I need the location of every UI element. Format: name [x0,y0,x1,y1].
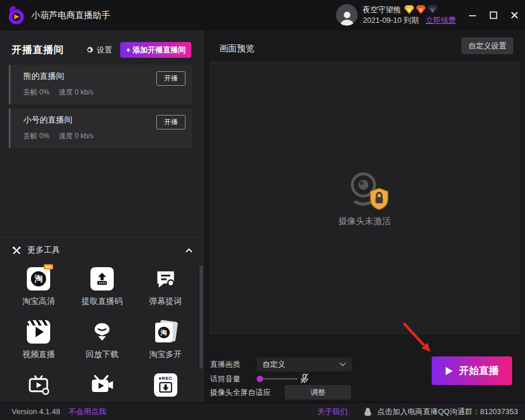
chevron-down-icon [340,362,346,366]
preview-title: 画面预览 [219,43,254,54]
tool-danmu-prompter[interactable]: 弹幕提词 [134,267,197,307]
username: 夜空守望熊 [363,5,401,15]
minimize-icon [468,11,477,19]
go-live-button[interactable]: 开播 [156,115,186,130]
builtin-obs-icon [90,373,114,397]
replay-download-icon [90,320,114,344]
go-live-button[interactable]: 开播 [156,71,186,86]
tools-icon [12,246,22,256]
speed: 速度 0 kb/s [59,131,93,141]
tools-grid: 淘 HD 淘宝高清 [0,263,204,413]
avatar[interactable] [336,4,358,26]
annotation-arrow [397,320,438,357]
sidebar: 开播直播间 设置 + 添加开播直播间 熊的直播间 开播 丢帧 0% 速度 0 k… [0,30,204,402]
shield-lock-icon [369,188,389,210]
sidebar-title: 开播直播间 [12,43,64,57]
vip-badge-orange-icon[interactable]: V [416,5,426,14]
add-room-button[interactable]: + 添加开播直播间 [120,42,191,58]
adjust-button[interactable]: 调整 [285,385,351,400]
minimize-button[interactable] [462,5,483,26]
dropped-frames: 丢帧 0% [23,88,50,97]
mic-volume-slider[interactable] [257,372,298,386]
tool-label: 提取直播码 [82,296,123,307]
settings-button[interactable]: 设置 [85,45,112,55]
quality-select[interactable]: 自定义 [257,358,352,372]
tool-label: 淘宝高清 [22,296,55,307]
maximize-icon [489,11,498,19]
user-info: 夜空守望熊 V V V 2021-09-10 到期 立即续费 [336,4,456,26]
version-text: Version 4.1.48 [12,407,60,416]
slider-knob[interactable] [257,376,263,382]
renew-link[interactable]: 立即续费 [426,16,456,24]
close-button[interactable] [504,5,525,26]
titlebar: 小葫芦电商直播助手 夜空守望熊 V V V 2021-0 [0,0,525,30]
expiry-date: 2021-09-10 到期 [363,16,419,24]
app-title: 小葫芦电商直播助手 [32,10,110,21]
play-icon [445,366,453,376]
tool-label: 弹幕提词 [149,296,182,307]
app-logo-icon [6,5,26,25]
tool-video-live[interactable]: 视频直播 [7,320,71,360]
danmu-prompter-icon [153,267,178,291]
more-tools-section: 更多工具 淘 HD 淘宝高清 [0,237,204,413]
extract-stream-code-icon [90,267,114,291]
tool-label: 回放下载 [86,349,118,360]
person-icon [338,9,356,26]
start-live-button[interactable]: 开始直播 [432,356,512,385]
main-panel: 画面预览 自定义设置 摄像头未激活 直播画质 [204,30,525,402]
settings-label: 设置 [97,45,112,55]
tool-taobao-hd[interactable]: 淘 HD 淘宝高清 [7,267,71,307]
sidebar-scrollbar[interactable] [200,265,203,369]
speed: 速度 0 kb/s [59,88,93,97]
camera-status-text: 摄像头未激活 [338,216,391,227]
vip-badge-gold-icon[interactable]: V [404,5,414,14]
help-link[interactable]: 不会用点我 [68,407,106,417]
app-window: 小葫芦电商直播助手 夜空守望熊 V V V 2021-0 [0,0,525,420]
preview-box: 摄像头未激活 [210,62,519,334]
about-link[interactable]: 关于我们 [317,407,348,417]
tool-label: 视频直播 [22,349,55,360]
tool-replay-download[interactable]: 回放下载 [71,320,134,360]
vip-badge-dark-icon[interactable]: V [428,5,438,14]
mic-volume-label: 话筒音量 [210,374,240,384]
taobao-hd-icon: 淘 HD [26,267,51,291]
statusbar: Version 4.1.48 不会用点我 关于我们 点击加入电商直播QQ沟通群：… [0,402,525,420]
room-card[interactable]: 小号的直播间 开播 丢帧 0% 速度 0 kb/s [9,108,192,148]
tool-extract-stream-code[interactable]: 提取直播码 [71,267,134,307]
qq-group-text[interactable]: 点击加入电商直播QQ沟通群：812037353 [377,407,518,417]
close-icon [510,11,519,19]
more-tools-header[interactable]: 更多工具 [0,237,204,263]
room-card[interactable]: 熊的直播间 开播 丢帧 0% 速度 0 kb/s [9,65,192,104]
window-controls [462,0,525,30]
chevron-up-icon[interactable] [186,249,192,253]
tool-taobao-multi[interactable]: 淘 淘宝多开 [134,320,197,360]
dropped-frames: 丢帧 0% [23,131,50,141]
taobao-multi-icon: 淘 [153,320,178,344]
maximize-button[interactable] [483,5,504,26]
mic-muted-icon[interactable] [299,372,310,385]
tool-label: 淘宝多开 [149,349,182,360]
room-beautify-icon [26,373,51,397]
qq-penguin-icon [363,407,373,417]
video-live-icon [26,320,51,344]
camera-fit-label: 摄像头全屏自适应 [210,387,271,398]
quality-label: 直播画质 [210,359,240,370]
more-tools-label: 更多工具 [27,245,186,256]
quality-value: 自定义 [262,359,340,370]
custom-settings-button[interactable]: 自定义设置 [461,37,513,54]
live-record-icon: ●REC [153,373,178,397]
gear-icon [85,46,94,54]
